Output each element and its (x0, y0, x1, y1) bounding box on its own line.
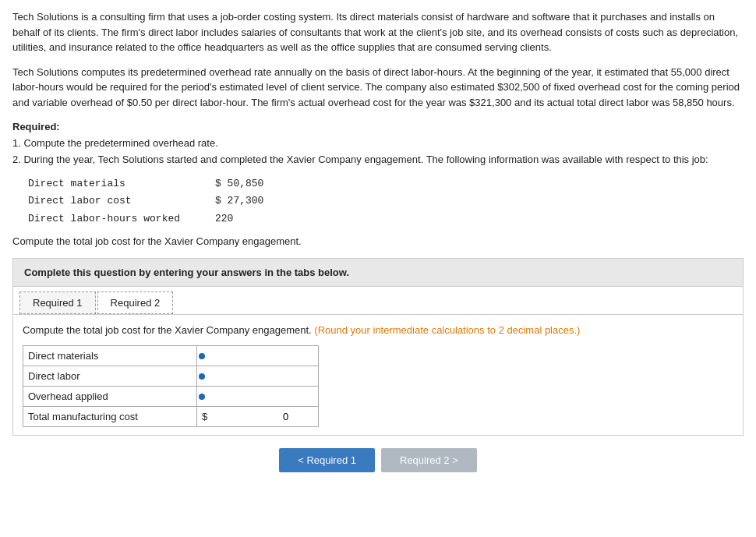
table-row-total: Total manufacturing cost $ (23, 407, 319, 427)
row-label-direct-materials: Direct materials (23, 346, 197, 366)
table-row: Direct materials (23, 346, 319, 366)
row-label-direct-labor: Direct labor (23, 366, 197, 387)
row-value-direct-labor[interactable] (196, 366, 318, 387)
prev-button[interactable]: < Required 1 (279, 448, 375, 472)
input-direct-labor[interactable] (208, 370, 313, 382)
input-total-manufacturing-cost[interactable] (210, 411, 288, 422)
next-button[interactable]: Required 2 > (381, 448, 477, 472)
table-row: Direct labor (23, 366, 319, 387)
tab-instruction: Compute the total job cost for the Xavie… (23, 323, 733, 338)
job-label-labor-hours: Direct labor-hours worked (28, 210, 184, 228)
input-overhead-applied[interactable] (208, 390, 313, 402)
required-item-1: 1. Compute the predetermined overhead ra… (12, 136, 744, 152)
job-label-labor-cost: Direct labor cost (28, 193, 184, 210)
intro-paragraph-2: Tech Solutions computes its predetermine… (12, 65, 744, 111)
job-data-table: Direct materials $ 50,850 Direct labor c… (28, 175, 744, 227)
intro-section-2: Tech Solutions computes its predetermine… (12, 65, 744, 111)
blue-dot-1 (199, 353, 205, 359)
job-value-labor-hours: 220 (215, 210, 233, 228)
compute-instruction: Compute the total job cost for the Xavie… (12, 235, 744, 247)
tab-required-2[interactable]: Required 2 (97, 291, 174, 314)
row-value-direct-materials[interactable] (196, 346, 318, 366)
cost-table: Direct materials Direct labor (23, 345, 319, 427)
job-data-row-2: Direct labor cost $ 27,300 (28, 193, 744, 210)
tab-required-1[interactable]: Required 1 (19, 291, 96, 314)
question-box: Complete this question by entering your … (12, 258, 744, 287)
blue-dot-3 (199, 394, 205, 400)
job-value-materials: $ 50,850 (215, 175, 263, 193)
intro-paragraph-1: Tech Solutions is a consulting firm that… (12, 9, 744, 55)
row-value-overhead-applied[interactable] (196, 387, 318, 407)
tab-2-content: Compute the total job cost for the Xavie… (13, 315, 743, 436)
job-label-materials: Direct materials (28, 175, 184, 193)
tab-instruction-text: Compute the total job cost for the Xavie… (23, 324, 312, 336)
table-row: Overhead applied (23, 387, 319, 407)
question-box-text: Complete this question by entering your … (24, 267, 732, 278)
nav-buttons: < Required 1 Required 2 > (12, 448, 744, 480)
row-label-total: Total manufacturing cost (23, 407, 197, 427)
job-value-labor-cost: $ 27,300 (215, 193, 263, 210)
job-data-row-3: Direct labor-hours worked 220 (28, 210, 744, 228)
job-data-row-1: Direct materials $ 50,850 (28, 175, 744, 193)
dollar-sign: $ (202, 411, 207, 422)
tabs-container: Required 1 Required 2 Compute the total … (12, 287, 744, 436)
input-direct-materials[interactable] (208, 350, 313, 362)
tab-instruction-note: (Round your intermediate calculations to… (314, 324, 580, 336)
required-item-2: 2. During the year, Tech Solutions start… (12, 152, 744, 168)
required-heading: Required: (12, 121, 60, 132)
blue-dot-2 (199, 373, 205, 380)
tabs-header: Required 1 Required 2 (13, 287, 743, 315)
intro-section: Tech Solutions is a consulting firm that… (12, 9, 744, 55)
row-label-overhead-applied: Overhead applied (23, 387, 197, 407)
compute-text: Compute the total job cost for the Xavie… (12, 235, 744, 247)
required-section: Required: 1. Compute the predetermined o… (12, 119, 744, 168)
row-value-total[interactable]: $ (196, 407, 318, 427)
